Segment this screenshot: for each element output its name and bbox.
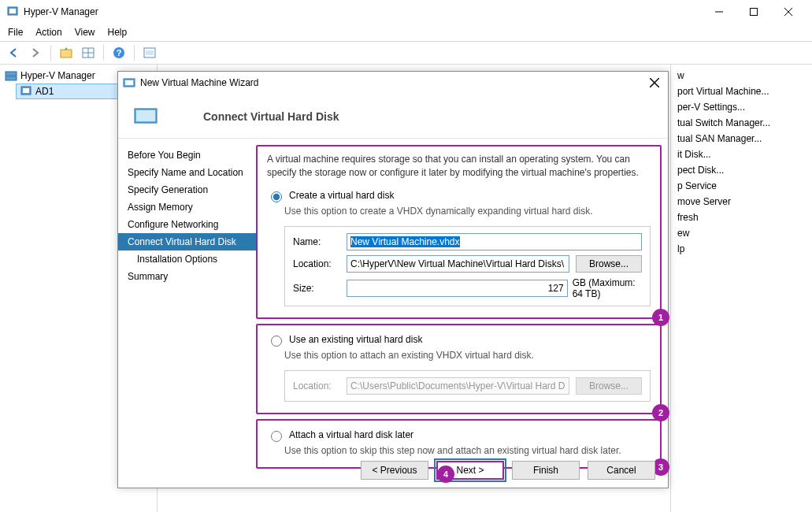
- wizard-step[interactable]: Installation Options: [118, 250, 256, 268]
- forward-button[interactable]: [27, 44, 44, 61]
- size-label: Size:: [293, 283, 340, 294]
- size-input[interactable]: [347, 280, 568, 297]
- actions-item[interactable]: w: [671, 68, 812, 83]
- create-disk-desc: Use this option to create a VHDX dynamic…: [267, 204, 651, 221]
- actions-item[interactable]: pect Disk...: [671, 162, 812, 178]
- radio-existing-disk-label: Use an existing virtual hard disk: [289, 334, 422, 345]
- name-label: Name:: [293, 236, 340, 247]
- actions-item[interactable]: it Disk...: [671, 147, 812, 162]
- svg-rect-15: [6, 76, 17, 80]
- location-label: Location:: [293, 258, 340, 269]
- svg-rect-23: [136, 110, 155, 121]
- existing-location-label: Location:: [293, 380, 340, 391]
- menu-help[interactable]: Help: [108, 27, 128, 38]
- actions-item[interactable]: fresh: [671, 210, 812, 225]
- window-maximize-button[interactable]: [736, 1, 771, 23]
- menu-file[interactable]: File: [8, 27, 23, 38]
- radio-create-disk-label: Create a virtual hard disk: [289, 190, 394, 201]
- wizard-step[interactable]: Summary: [118, 268, 256, 285]
- toolbar-extra-button[interactable]: [141, 44, 158, 61]
- svg-rect-19: [125, 80, 133, 85]
- actions-item[interactable]: move Server: [671, 194, 812, 210]
- app-icon: [6, 6, 19, 18]
- svg-text:?: ?: [117, 48, 122, 58]
- actions-item[interactable]: ew: [671, 225, 812, 241]
- actions-item[interactable]: tual Switch Manager...: [671, 115, 812, 131]
- finish-button[interactable]: Finish: [512, 461, 580, 480]
- actions-item[interactable]: lp: [671, 241, 812, 257]
- existing-disk-desc: Use this option to attach an existing VH…: [267, 348, 651, 365]
- menu-action[interactable]: Action: [35, 27, 61, 38]
- cancel-button[interactable]: Cancel: [588, 461, 655, 480]
- wizard-steps: Before You Begin Specify Name and Locati…: [118, 139, 256, 438]
- view-list-button[interactable]: [80, 44, 97, 61]
- annotation-badge-4: 4: [437, 466, 454, 483]
- name-input[interactable]: New Virtual Machine.vhdx: [347, 233, 642, 250]
- existing-disk-fields: Location: Browse...: [284, 370, 651, 402]
- wizard-step[interactable]: Specify Generation: [118, 181, 256, 198]
- back-button[interactable]: [5, 44, 22, 61]
- server-icon: [5, 69, 17, 82]
- dialog-heading: Connect Virtual Hard Disk: [203, 110, 339, 123]
- window-close-button[interactable]: [771, 1, 806, 23]
- wizard-dialog: New Virtual Machine Wizard Connect Virtu…: [117, 71, 669, 488]
- menu-bar: File Action View Help: [0, 24, 812, 41]
- svg-rect-6: [61, 50, 72, 58]
- monitor-icon: [134, 108, 158, 125]
- dialog-header: Connect Virtual Hard Disk: [118, 94, 668, 139]
- svg-rect-3: [751, 9, 758, 16]
- svg-rect-1: [9, 9, 16, 13]
- svg-rect-14: [6, 72, 17, 76]
- radio-existing-disk[interactable]: [271, 336, 282, 347]
- attach-later-desc: Use this option to skip this step now an…: [267, 443, 651, 461]
- existing-location-input: [347, 377, 569, 395]
- wizard-icon: [123, 76, 135, 89]
- existing-browse-button: Browse...: [576, 377, 642, 395]
- menu-view[interactable]: View: [75, 27, 95, 38]
- radio-create-disk[interactable]: [271, 191, 282, 202]
- app-title: Hyper-V Manager: [24, 6, 98, 17]
- wizard-hint: A virtual machine requires storage so th…: [267, 153, 651, 180]
- dialog-footer: < Previous Next > Finish Cancel 4: [361, 461, 655, 480]
- wizard-step-active[interactable]: Connect Virtual Hard Disk: [118, 233, 256, 250]
- size-suffix: GB (Maximum: 64 TB): [573, 277, 642, 299]
- svg-rect-13: [146, 50, 154, 55]
- up-button[interactable]: [57, 44, 75, 61]
- window-minimize-button[interactable]: [702, 1, 736, 23]
- dialog-title: New Virtual Machine Wizard: [140, 77, 259, 88]
- actions-item[interactable]: port Virtual Machine...: [671, 83, 812, 99]
- actions-item[interactable]: tual SAN Manager...: [671, 131, 812, 147]
- radio-attach-later[interactable]: [271, 431, 282, 442]
- previous-button[interactable]: < Previous: [361, 461, 428, 480]
- wizard-step[interactable]: Before You Begin: [118, 147, 256, 164]
- help-button[interactable]: ?: [110, 44, 128, 61]
- location-input[interactable]: [347, 255, 569, 273]
- actions-item[interactable]: per-V Settings...: [671, 99, 812, 115]
- wizard-step[interactable]: Specify Name and Location: [118, 164, 256, 181]
- wizard-step[interactable]: Assign Memory: [118, 198, 256, 216]
- radio-attach-later-label: Attach a virtual hard disk later: [289, 429, 413, 440]
- actions-item[interactable]: p Service: [671, 178, 812, 194]
- browse-button[interactable]: Browse...: [576, 255, 642, 273]
- title-bar: Hyper-V Manager: [0, 0, 812, 24]
- svg-rect-17: [23, 88, 29, 93]
- wizard-step[interactable]: Configure Networking: [118, 216, 256, 233]
- dialog-close-button[interactable]: [646, 74, 663, 91]
- host-icon: [20, 85, 32, 98]
- dialog-title-bar: New Virtual Machine Wizard: [118, 72, 668, 94]
- create-disk-fields: Name: New Virtual Machine.vhdx Location:…: [284, 226, 651, 306]
- actions-panel: w port Virtual Machine... per-V Settings…: [670, 65, 812, 512]
- toolbar: ?: [0, 41, 812, 65]
